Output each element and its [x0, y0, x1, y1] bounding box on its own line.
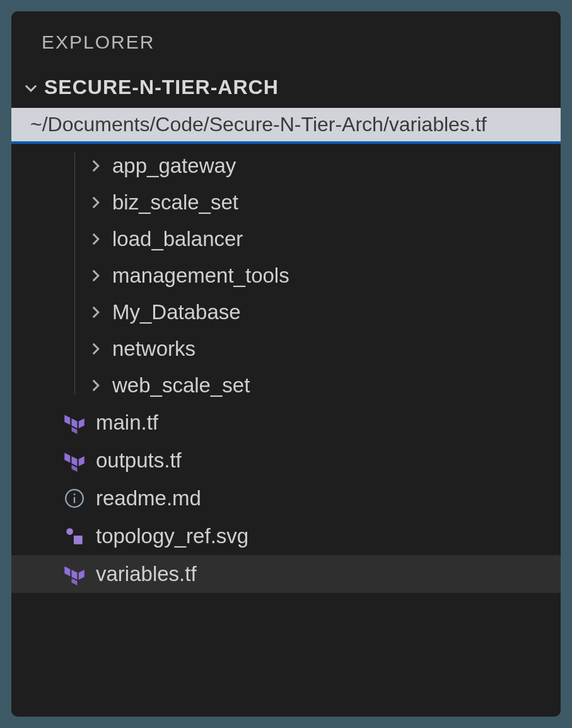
info-icon [61, 484, 88, 512]
svg-marker-2 [79, 418, 85, 428]
chevron-right-icon [87, 377, 103, 394]
svg-marker-5 [72, 456, 78, 466]
svg-point-9 [74, 493, 76, 495]
svg-marker-14 [72, 570, 78, 580]
file-tree: app_gateway biz_scale_set load_balancer … [11, 144, 561, 593]
explorer-title: EXPLORER [42, 32, 561, 53]
chevron-right-icon [87, 267, 103, 284]
file-path-tooltip: ~/Documents/Code/Secure-N-Tier-Arch/vari… [11, 108, 561, 144]
svg-marker-15 [79, 570, 85, 580]
file-label: topology_ref.svg [96, 524, 248, 548]
folder-label: load_balancer [112, 227, 243, 251]
svg-rect-12 [74, 536, 83, 544]
svg-marker-13 [64, 567, 70, 577]
explorer-panel: EXPLORER SECURE-N-TIER-ARCH ~/Documents/… [11, 11, 561, 717]
explorer-header: EXPLORER [11, 11, 561, 67]
svg-marker-6 [79, 456, 85, 466]
folder-app-gateway[interactable]: app_gateway [67, 148, 561, 184]
file-readme-md[interactable]: readme.md [11, 479, 561, 517]
file-label: readme.md [96, 486, 201, 510]
terraform-icon [61, 409, 88, 437]
file-label: main.tf [96, 411, 158, 435]
terraform-icon [61, 560, 88, 588]
file-label: outputs.tf [96, 449, 182, 473]
folder-label: networks [112, 337, 196, 361]
terraform-icon [61, 447, 88, 474]
folder-group: app_gateway biz_scale_set load_balancer … [11, 148, 561, 404]
file-label: variables.tf [96, 562, 197, 586]
project-root-row[interactable]: SECURE-N-TIER-ARCH [11, 67, 561, 108]
svg-marker-1 [72, 418, 78, 428]
svg-marker-4 [64, 453, 70, 463]
file-topology-ref-svg[interactable]: topology_ref.svg [11, 517, 561, 555]
folder-label: management_tools [112, 264, 289, 288]
folder-my-database[interactable]: My_Database [67, 294, 561, 331]
file-outputs-tf[interactable]: outputs.tf [11, 442, 561, 479]
folder-networks[interactable]: networks [67, 331, 561, 367]
svg-marker-16 [72, 578, 78, 585]
svg-file-icon [61, 522, 88, 550]
chevron-right-icon [87, 341, 103, 357]
chevron-right-icon [87, 158, 103, 174]
project-name: SECURE-N-TIER-ARCH [44, 76, 279, 99]
svg-marker-3 [72, 427, 78, 434]
file-main-tf[interactable]: main.tf [11, 404, 561, 442]
folder-biz-scale-set[interactable]: biz_scale_set [67, 184, 561, 221]
chevron-right-icon [87, 231, 103, 247]
file-variables-tf[interactable]: variables.tf [11, 555, 561, 593]
folder-management-tools[interactable]: management_tools [67, 257, 561, 294]
svg-point-11 [66, 528, 73, 535]
chevron-right-icon [87, 194, 103, 211]
folder-label: app_gateway [112, 154, 236, 178]
folder-label: biz_scale_set [112, 191, 238, 214]
chevron-down-icon [23, 79, 39, 96]
svg-marker-0 [64, 415, 70, 425]
chevron-right-icon [87, 304, 103, 320]
folder-label: web_scale_set [112, 373, 250, 397]
svg-marker-7 [72, 465, 78, 472]
folder-web-scale-set[interactable]: web_scale_set [67, 367, 561, 404]
folder-load-balancer[interactable]: load_balancer [67, 221, 561, 257]
folder-label: My_Database [112, 300, 241, 324]
